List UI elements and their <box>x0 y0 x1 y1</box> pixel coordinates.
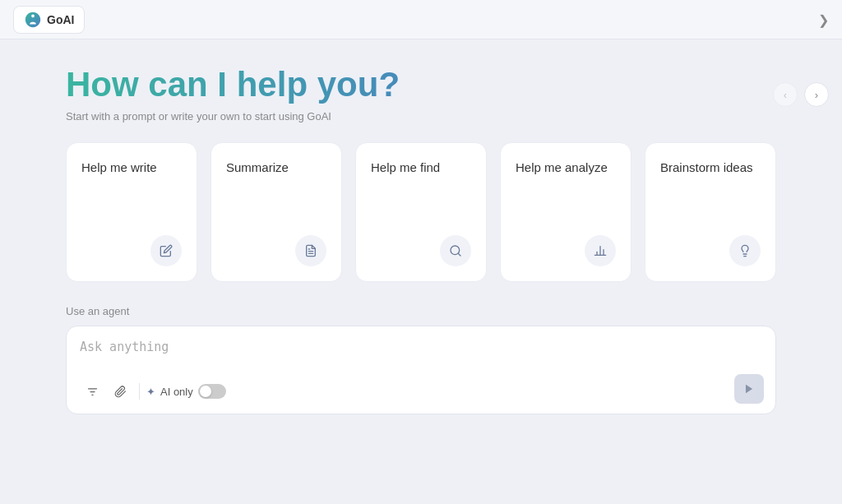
send-icon <box>743 383 755 395</box>
logo-label: GoAI <box>47 13 74 26</box>
card-label: Summarize <box>226 160 326 176</box>
attach-button[interactable] <box>108 379 132 404</box>
logo-icon <box>24 11 42 29</box>
card-label: Help me find <box>371 160 471 176</box>
forward-arrow-button[interactable]: › <box>804 82 829 107</box>
filter-button[interactable] <box>80 379 104 404</box>
action-cards-row: Help me write Summarize <box>66 142 776 282</box>
send-button[interactable] <box>734 374 764 404</box>
card-icon-wrap <box>81 235 182 266</box>
page-subtitle: Start with a prompt or write your own to… <box>66 110 776 123</box>
card-help-me-analyze[interactable]: Help me analyze <box>500 142 632 282</box>
forward-chevron-icon: › <box>815 89 818 101</box>
card-help-me-write[interactable]: Help me write <box>66 142 197 282</box>
card-icon-wrap <box>371 235 471 266</box>
ai-only-toggle-wrap[interactable]: ✦ AI only <box>146 384 226 399</box>
back-arrow-button[interactable]: ‹ <box>773 82 798 107</box>
card-brainstorm-ideas[interactable]: Brainstorm ideas <box>645 142 776 282</box>
nav-arrows: ‹ › <box>773 82 829 107</box>
card-label: Help me write <box>81 160 182 176</box>
agent-section-label: Use an agent <box>66 305 776 317</box>
card-summarize[interactable]: Summarize <box>210 142 342 282</box>
topbar: GoAI ❯ <box>0 0 842 39</box>
ask-anything-input[interactable] <box>80 340 762 366</box>
page-headline: How can I help you? <box>66 66 776 104</box>
attach-icon <box>114 386 127 398</box>
document-icon <box>295 235 326 266</box>
back-chevron-icon: ‹ <box>784 89 787 101</box>
sparkle-icon: ✦ <box>146 386 155 398</box>
card-icon-wrap <box>660 235 761 266</box>
pencil-icon <box>150 235 182 266</box>
svg-line-3 <box>458 253 460 256</box>
ai-only-label: AI only <box>160 386 193 398</box>
logo-button[interactable]: GoAI <box>13 6 85 34</box>
filter-icon <box>86 386 99 398</box>
svg-marker-13 <box>746 385 752 394</box>
card-icon-wrap <box>226 235 326 266</box>
lightbulb-icon <box>729 235 761 266</box>
topbar-chevron-icon[interactable]: ❯ <box>818 12 829 27</box>
card-help-me-find[interactable]: Help me find <box>355 142 487 282</box>
input-toolbar: ✦ AI only <box>80 379 762 404</box>
input-container: ✦ AI only <box>66 326 776 414</box>
main-content: How can I help you? Start with a prompt … <box>0 39 842 434</box>
toolbar-divider <box>139 383 140 400</box>
card-label: Brainstorm ideas <box>660 160 761 176</box>
ai-only-toggle[interactable] <box>198 384 226 399</box>
card-label: Help me analyze <box>516 160 616 176</box>
search-icon <box>440 235 471 266</box>
chart-icon <box>585 235 616 266</box>
card-icon-wrap <box>516 235 616 266</box>
